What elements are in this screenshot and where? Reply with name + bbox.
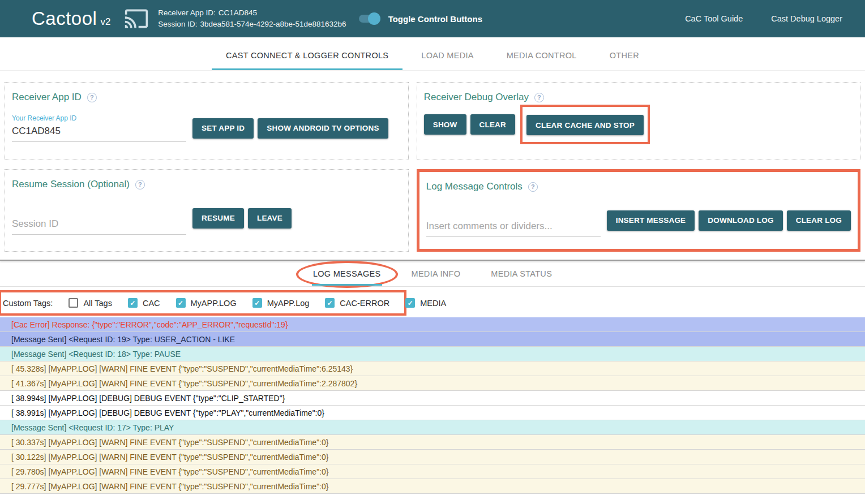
tag-label: MEDIA [420,299,446,308]
help-icon[interactable]: ? [87,93,97,102]
log-row[interactable]: [ 29.777s] [MyAPP.LOG] [WARN] FINE EVENT… [0,479,865,494]
checkbox-icon[interactable]: ✓ [405,298,415,308]
log-row[interactable]: [Message Sent] <Request ID: 17> Type: PL… [0,420,865,435]
log-row-text: [ 45.328s] [MyAPP.LOG] [WARN] FINE EVENT… [11,364,353,373]
checkbox-icon[interactable]: ✓ [68,298,78,308]
session-id-input-group [12,216,186,235]
tab-other[interactable]: OTHER [610,51,639,60]
clear-overlay-button[interactable]: CLEAR [470,114,516,135]
tag-label: All Tags [83,299,112,308]
show-overlay-button[interactable]: SHOW [424,114,466,135]
leave-button[interactable]: LEAVE [248,208,292,229]
log-tab-bar: LOG MESSAGES MEDIA INFO MEDIA STATUS [0,261,865,287]
log-row[interactable]: [ 30.122s] [MyAPP.LOG] [WARN] FINE EVENT… [0,450,865,464]
tag-label: CAC-ERROR [340,299,389,308]
control-panels: Receiver App ID ? Your Receiver App ID S… [5,82,860,252]
tag-label: CAC [143,299,160,308]
receiver-app-id-row: Your Receiver App ID SET APP ID SHOW AND… [12,114,401,142]
custom-tag-filter[interactable]: ✓ All Tags [68,298,112,308]
custom-tag-filter[interactable]: ✓ MyAPP.LOG [176,298,237,308]
custom-tag-filter[interactable]: ✓ MyAPP.Log [252,298,310,308]
log-row-text: [ 38.991s] [MyAPP.LOG] [DEBUG] DEBUG EVE… [11,408,324,417]
help-icon[interactable]: ? [528,182,538,192]
log-message-controls-panel-title: Log Message Controls ? [426,181,851,192]
receiver-app-id-input[interactable] [12,123,186,142]
checkbox-icon[interactable]: ✓ [252,298,262,308]
tab-media-control[interactable]: MEDIA CONTROL [507,51,577,60]
toggle-control-buttons-label: Toggle Control Buttons [388,14,482,24]
insert-message-button[interactable]: INSERT MESSAGE [607,210,695,231]
session-id-line: Session ID:3bdea581-574e-4292-a8be-51de8… [158,19,346,30]
custom-tag-filter[interactable]: ✓ CAC [128,298,160,308]
session-id-label: Session ID: [158,20,197,28]
custom-tags-label: Custom Tags: [3,299,53,308]
tab-cast-connect-logger-controls[interactable]: CAST CONNECT & LOGGER CONTROLS [226,51,388,60]
app-name: Cactool [32,8,97,29]
resume-button[interactable]: RESUME [192,208,244,229]
help-icon[interactable]: ? [135,180,145,189]
log-row-text: [ 30.122s] [MyAPP.LOG] [WARN] FINE EVENT… [11,453,328,462]
checkbox-icon[interactable]: ✓ [325,298,335,308]
log-row[interactable]: [Message Sent] <Request ID: 18> Type: PA… [0,347,865,361]
log-row[interactable]: [ 38.991s] [MyAPP.LOG] [DEBUG] DEBUG EVE… [0,406,865,420]
checkbox-icon[interactable]: ✓ [176,298,186,308]
receiver-app-id-line: Receiver App ID:CC1AD845 [158,7,346,19]
receiver-debug-overlay-panel-title: Receiver Debug Overlay ? [424,92,853,103]
resume-session-panel-title: Resume Session (Optional) ? [12,179,401,190]
receiver-app-id-panel-title: Receiver App ID ? [12,92,401,103]
log-row[interactable]: [ 41.367s] [MyAPP.LOG] [WARN] FINE EVENT… [0,376,865,391]
log-row-text: [ 29.777s] [MyAPP.LOG] [WARN] FINE EVENT… [11,482,328,491]
log-row[interactable]: [ 38.994s] [MyAPP.LOG] [DEBUG] DEBUG EVE… [0,391,865,406]
tag-label: MyAPP.Log [267,299,310,308]
tab-media-info[interactable]: MEDIA INFO [412,269,461,278]
session-id-input[interactable] [12,216,186,235]
panel-title-text: Receiver App ID [12,92,82,103]
download-log-button[interactable]: DOWNLOAD LOG [699,210,782,231]
header-links: CaC Tool Guide Cast Debug Logger [685,14,850,23]
cast-icon [124,6,149,31]
panel-title-text: Resume Session (Optional) [12,179,130,190]
log-row-text: [Message Sent] <Request ID: 18> Type: PA… [11,350,181,359]
receiver-app-id-label: Receiver App ID: [158,8,215,17]
tab-load-media[interactable]: LOAD MEDIA [421,51,473,60]
custom-tag-filter[interactable]: ✓ MEDIA [405,298,446,308]
log-row[interactable]: [Message Sent] <Request ID: 19> Type: US… [0,332,865,347]
cac-tool-guide-link[interactable]: CaC Tool Guide [685,14,743,23]
app-header: Cactool v2 Receiver App ID:CC1AD845 Sess… [0,0,865,37]
clear-log-button[interactable]: CLEAR LOG [787,210,851,231]
receiver-app-id-value: CC1AD845 [219,8,257,17]
log-comment-input-group [426,218,601,237]
toggle-control-buttons-switch[interactable] [359,12,380,25]
log-message-controls-row: INSERT MESSAGE DOWNLOAD LOG CLEAR LOG [426,204,851,237]
log-row[interactable]: [ 30.337s] [MyAPP.LOG] [WARN] FINE EVENT… [0,435,865,450]
custom-tags-bar: Custom Tags: ✓ All Tags ✓ CAC ✓ MyAPP.LO… [0,290,406,316]
clear-cache-and-stop-button[interactable]: CLEAR CACHE AND STOP [526,115,644,135]
app-logo: Cactool v2 [32,8,110,29]
panel-title-text: Log Message Controls [426,181,523,192]
resume-session-panel: Resume Session (Optional) ? RESUME LEAVE [5,169,409,252]
log-row[interactable]: [ 29.780s] [MyAPP.LOG] [WARN] FINE EVENT… [0,464,865,479]
set-app-id-button[interactable]: SET APP ID [192,118,254,139]
log-row-text: [ 38.994s] [MyAPP.LOG] [DEBUG] DEBUG EVE… [11,394,285,403]
help-icon[interactable]: ? [534,93,544,102]
checkbox-icon[interactable]: ✓ [128,298,138,308]
log-message-controls-panel: Log Message Controls ? INSERT MESSAGE DO… [417,169,860,252]
log-message-list: [Cac Error] Response: {"type":"ERROR","c… [0,317,865,494]
tab-log-messages[interactable]: LOG MESSAGES [313,269,381,278]
log-row[interactable]: [ 45.328s] [MyAPP.LOG] [WARN] FINE EVENT… [0,361,865,376]
session-info: Receiver App ID:CC1AD845 Session ID:3bde… [158,7,346,30]
panel-title-text: Receiver Debug Overlay [424,92,529,103]
log-row[interactable]: [Cac Error] Response: {"type":"ERROR","c… [0,317,865,332]
log-row-text: [ 29.780s] [MyAPP.LOG] [WARN] FINE EVENT… [11,467,328,476]
tab-media-status[interactable]: MEDIA STATUS [491,269,552,278]
app-version: v2 [100,16,110,28]
cast-debug-logger-link[interactable]: Cast Debug Logger [771,14,842,23]
show-android-tv-options-button[interactable]: SHOW ANDROID TV OPTIONS [258,118,388,139]
main-tab-bar: CAST CONNECT & LOGGER CONTROLS LOAD MEDI… [0,37,865,71]
session-id-value: 3bdea581-574e-4292-a8be-51de881632b6 [200,20,346,28]
log-comment-input[interactable] [426,218,601,237]
log-row-text: [Message Sent] <Request ID: 19> Type: US… [11,335,235,344]
receiver-debug-overlay-panel: Receiver Debug Overlay ? SHOW CLEAR CLEA… [417,82,860,160]
custom-tag-filter[interactable]: ✓ CAC-ERROR [325,298,389,308]
log-row-text: [Message Sent] <Request ID: 17> Type: PL… [11,423,174,432]
